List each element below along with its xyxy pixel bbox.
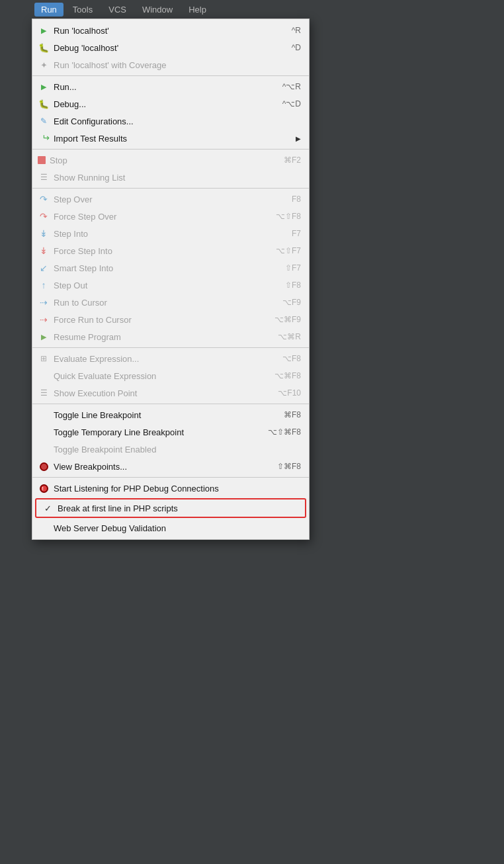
menubar: Run Tools VCS Window Help [0, 0, 504, 19]
menu-item-quick-eval: Quick Evaluate Expression ⌥⌘F8 [32, 367, 309, 384]
force-run-cursor-label: Force Run to Cursor [54, 315, 132, 325]
force-step-into-shortcut: ⌥⇧F7 [276, 246, 301, 255]
menu-item-force-step-over: ↷ Force Step Over ⌥⇧F8 [32, 208, 309, 225]
menu-item-step-out: ↑ Step Out ⇧F8 [32, 277, 309, 294]
eval-label: Evaluate Expression... [54, 354, 139, 364]
separator-3 [32, 188, 309, 189]
import-test-icon: ↵ [38, 132, 50, 144]
step-out-label: Step Out [54, 281, 87, 290]
stop-label: Stop [50, 155, 67, 165]
menu-item-start-listening[interactable]: ! Start Listening for PHP Debug Connecti… [32, 480, 309, 497]
menu-item-debug-dots[interactable]: 🐛 Debug... ^⌥D [32, 95, 309, 112]
debug-localhost-shortcut: ^D [292, 43, 301, 52]
run-menu: ▶ Run 'localhost' ^R 🐛 Debug 'localhost'… [32, 19, 310, 540]
smart-step-into-icon: ↙ [38, 262, 50, 274]
view-bp-label: View Breakpoints... [54, 462, 127, 472]
menu-item-toggle-bp-enabled: Toggle Breakpoint Enabled [32, 441, 309, 458]
menubar-vcs[interactable]: VCS [102, 3, 133, 17]
menu-item-run-dots[interactable]: ▶ Run... ^⌥R [32, 78, 309, 95]
show-running-label: Show Running List [54, 173, 125, 183]
toggle-bp-label: Toggle Line Breakpoint [54, 410, 141, 420]
separator-2 [32, 149, 309, 150]
menubar-window[interactable]: Window [136, 3, 179, 17]
separator-5 [32, 404, 309, 404]
force-step-over-label: Force Step Over [54, 212, 116, 222]
debug-icon: 🐛 [38, 42, 50, 54]
menu-item-stop: Stop ⌘F2 [32, 151, 309, 169]
menubar-tools[interactable]: Tools [66, 3, 99, 17]
smart-step-into-shortcut: ⇧F7 [285, 263, 301, 273]
stop-shortcut: ⌘F2 [284, 155, 301, 165]
step-into-shortcut: F7 [292, 229, 301, 238]
menubar-help[interactable]: Help [182, 3, 213, 17]
menu-item-show-exec: ☰ Show Execution Point ⌥F10 [32, 384, 309, 402]
menu-item-debug-localhost[interactable]: 🐛 Debug 'localhost' ^D [32, 39, 309, 56]
menubar-run[interactable]: Run [34, 3, 63, 17]
menu-item-edit-config[interactable]: ✎ Edit Configurations... [32, 112, 309, 130]
view-bp-shortcut: ⇧⌘F8 [277, 462, 301, 471]
force-step-into-icon: ↡ [38, 245, 50, 257]
step-into-icon: ↡ [38, 228, 50, 239]
web-debug-icon [38, 522, 50, 534]
run-dots-shortcut: ^⌥R [282, 82, 301, 91]
menu-item-toggle-temp-bp[interactable]: Toggle Temporary Line Breakpoint ⌥⇧⌘F8 [32, 423, 309, 441]
debug-localhost-label: Debug 'localhost' [54, 43, 118, 53]
menu-item-web-server-debug[interactable]: Web Server Debug Validation [32, 519, 309, 537]
run-to-cursor-label: Run to Cursor [54, 298, 107, 308]
menu-item-view-bp[interactable]: View Breakpoints... ⇧⌘F8 [32, 458, 309, 475]
edit-config-label: Edit Configurations... [54, 116, 134, 126]
debug-dots-label: Debug... [54, 99, 86, 109]
listen-icon: ! [38, 482, 50, 494]
quick-eval-icon [38, 370, 50, 382]
step-into-label: Step Into [54, 229, 88, 239]
force-step-over-shortcut: ⌥⇧F8 [276, 212, 301, 221]
step-over-label: Step Over [54, 194, 93, 204]
eval-shortcut: ⌥F8 [282, 354, 301, 363]
run-coverage-label: Run 'localhost' with Coverage [54, 60, 166, 70]
menu-item-force-run-cursor: ⇢ Force Run to Cursor ⌥⌘F9 [32, 311, 309, 328]
force-step-over-icon: ↷ [38, 210, 50, 222]
menu-item-run-localhost[interactable]: ▶ Run 'localhost' ^R [32, 22, 309, 39]
smart-step-into-label: Smart Step Into [54, 263, 113, 273]
toggle-bp-shortcut: ⌘F8 [284, 410, 301, 419]
run-to-cursor-icon: ⇢ [38, 296, 50, 308]
toggle-temp-bp-icon [38, 426, 50, 438]
stop-icon [38, 156, 46, 164]
step-over-icon: ↷ [38, 193, 50, 205]
quick-eval-shortcut: ⌥⌘F8 [274, 371, 301, 380]
toggle-bp-icon [38, 409, 50, 421]
separator-6 [32, 477, 309, 478]
separator-1 [32, 75, 309, 76]
show-running-icon: ☰ [38, 171, 50, 183]
menu-item-run-to-cursor: ⇢ Run to Cursor ⌥F9 [32, 294, 309, 311]
start-listening-label: Start Listening for PHP Debug Connection… [54, 484, 219, 494]
edit-config-icon: ✎ [38, 115, 50, 127]
menu-item-smart-step-into: ↙ Smart Step Into ⇧F7 [32, 259, 309, 277]
step-out-shortcut: ⇧F8 [285, 281, 301, 290]
menu-item-break-first-line[interactable]: ✓ Break at first line in PHP scripts [35, 498, 306, 518]
debug-dots-icon: 🐛 [38, 98, 50, 110]
run-dots-icon: ▶ [38, 81, 50, 93]
debug-dots-shortcut: ^⌥D [282, 99, 301, 108]
menu-item-import-test[interactable]: ↵ Import Test Results ▶ [32, 130, 309, 147]
force-step-into-label: Force Step Into [54, 246, 112, 256]
toggle-bp-enabled-icon [38, 443, 50, 455]
run-icon: ▶ [38, 24, 50, 36]
break-first-line-label: Break at first line in PHP scripts [58, 503, 178, 513]
import-test-arrow: ▶ [296, 135, 301, 142]
resume-shortcut: ⌥⌘R [278, 332, 301, 341]
coverage-icon: ✦ [38, 59, 50, 71]
show-exec-label: Show Execution Point [54, 388, 137, 398]
run-to-cursor-shortcut: ⌥F9 [282, 298, 301, 307]
run-dots-label: Run... [54, 82, 77, 92]
separator-4 [32, 347, 309, 348]
import-test-label: Import Test Results [54, 134, 127, 144]
menu-item-step-into: ↡ Step Into F7 [32, 225, 309, 242]
force-run-cursor-shortcut: ⌥⌘F9 [274, 315, 301, 324]
step-out-icon: ↑ [38, 279, 50, 291]
resume-icon: ▶ [38, 331, 50, 343]
show-exec-icon: ☰ [38, 387, 50, 399]
eval-icon: ⊞ [38, 353, 50, 365]
web-server-debug-label: Web Server Debug Validation [54, 523, 166, 533]
menu-item-toggle-bp[interactable]: Toggle Line Breakpoint ⌘F8 [32, 406, 309, 423]
